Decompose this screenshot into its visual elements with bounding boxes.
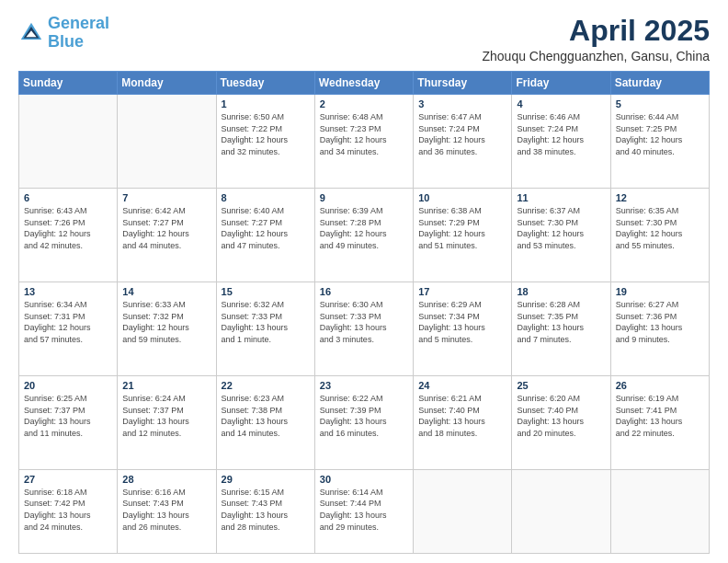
calendar-cell: 28Sunrise: 6:16 AM Sunset: 7:43 PM Dayli…	[118, 469, 216, 553]
calendar-cell	[118, 95, 216, 189]
day-info: Sunrise: 6:23 AM Sunset: 7:38 PM Dayligh…	[222, 393, 310, 439]
calendar-row-1: 1Sunrise: 6:50 AM Sunset: 7:22 PM Daylig…	[19, 95, 710, 189]
day-number: 7	[122, 192, 210, 203]
title-block: April 2025 Zhouqu Chengguanzhen, Gansu, …	[482, 15, 710, 63]
calendar-cell: 2Sunrise: 6:48 AM Sunset: 7:23 PM Daylig…	[314, 95, 413, 189]
day-info: Sunrise: 6:29 AM Sunset: 7:34 PM Dayligh…	[418, 299, 506, 345]
day-info: Sunrise: 6:28 AM Sunset: 7:35 PM Dayligh…	[517, 299, 605, 345]
calendar-cell: 13Sunrise: 6:34 AM Sunset: 7:31 PM Dayli…	[19, 282, 118, 376]
day-info: Sunrise: 6:21 AM Sunset: 7:40 PM Dayligh…	[418, 393, 506, 439]
calendar-cell: 11Sunrise: 6:37 AM Sunset: 7:30 PM Dayli…	[512, 189, 610, 282]
day-number: 17	[418, 286, 506, 297]
header: GeneralBlue April 2025 Zhouqu Chengguanz…	[18, 15, 710, 63]
day-info: Sunrise: 6:35 AM Sunset: 7:30 PM Dayligh…	[616, 205, 704, 251]
calendar-cell	[512, 469, 610, 553]
calendar-cell: 7Sunrise: 6:42 AM Sunset: 7:27 PM Daylig…	[118, 189, 216, 282]
calendar-cell: 6Sunrise: 6:43 AM Sunset: 7:26 PM Daylig…	[19, 189, 118, 282]
logo: GeneralBlue	[18, 15, 109, 52]
day-number: 29	[222, 474, 310, 485]
header-thursday: Thursday	[414, 72, 512, 95]
day-number: 2	[320, 98, 408, 109]
day-number: 18	[517, 286, 605, 297]
calendar-cell: 29Sunrise: 6:15 AM Sunset: 7:43 PM Dayli…	[216, 469, 314, 553]
day-info: Sunrise: 6:16 AM Sunset: 7:43 PM Dayligh…	[122, 487, 210, 533]
day-info: Sunrise: 6:15 AM Sunset: 7:43 PM Dayligh…	[222, 487, 310, 533]
calendar-cell: 26Sunrise: 6:19 AM Sunset: 7:41 PM Dayli…	[610, 375, 709, 469]
calendar-cell: 24Sunrise: 6:21 AM Sunset: 7:40 PM Dayli…	[414, 375, 512, 469]
calendar-row-2: 6Sunrise: 6:43 AM Sunset: 7:26 PM Daylig…	[19, 189, 710, 282]
calendar-cell: 3Sunrise: 6:47 AM Sunset: 7:24 PM Daylig…	[414, 95, 512, 189]
day-number: 11	[517, 192, 605, 203]
calendar-row-4: 20Sunrise: 6:25 AM Sunset: 7:37 PM Dayli…	[19, 375, 710, 469]
header-tuesday: Tuesday	[216, 72, 314, 95]
day-number: 6	[24, 192, 112, 203]
day-number: 12	[616, 192, 704, 203]
day-number: 28	[122, 474, 210, 485]
logo-icon	[18, 20, 44, 46]
day-number: 19	[616, 286, 704, 297]
calendar-row-5: 27Sunrise: 6:18 AM Sunset: 7:42 PM Dayli…	[19, 469, 710, 553]
day-number: 27	[24, 474, 112, 485]
day-number: 4	[517, 98, 605, 109]
calendar-cell: 1Sunrise: 6:50 AM Sunset: 7:22 PM Daylig…	[216, 95, 314, 189]
day-number: 10	[418, 192, 506, 203]
day-info: Sunrise: 6:27 AM Sunset: 7:36 PM Dayligh…	[616, 299, 704, 345]
calendar-cell: 15Sunrise: 6:32 AM Sunset: 7:33 PM Dayli…	[216, 282, 314, 376]
header-sunday: Sunday	[19, 72, 118, 95]
day-number: 9	[320, 192, 408, 203]
day-info: Sunrise: 6:50 AM Sunset: 7:22 PM Dayligh…	[222, 111, 310, 157]
day-number: 13	[24, 286, 112, 297]
day-number: 15	[222, 286, 310, 297]
header-monday: Monday	[118, 72, 216, 95]
calendar-cell: 21Sunrise: 6:24 AM Sunset: 7:37 PM Dayli…	[118, 375, 216, 469]
day-number: 5	[616, 98, 704, 109]
calendar-cell: 14Sunrise: 6:33 AM Sunset: 7:32 PM Dayli…	[118, 282, 216, 376]
day-number: 26	[616, 380, 704, 391]
day-number: 22	[222, 380, 310, 391]
calendar-cell: 20Sunrise: 6:25 AM Sunset: 7:37 PM Dayli…	[19, 375, 118, 469]
day-number: 14	[122, 286, 210, 297]
calendar-cell	[414, 469, 512, 553]
calendar-cell: 8Sunrise: 6:40 AM Sunset: 7:27 PM Daylig…	[216, 189, 314, 282]
day-info: Sunrise: 6:43 AM Sunset: 7:26 PM Dayligh…	[24, 205, 112, 251]
day-number: 24	[418, 380, 506, 391]
day-info: Sunrise: 6:18 AM Sunset: 7:42 PM Dayligh…	[24, 487, 112, 533]
calendar-cell: 10Sunrise: 6:38 AM Sunset: 7:29 PM Dayli…	[414, 189, 512, 282]
calendar-cell: 12Sunrise: 6:35 AM Sunset: 7:30 PM Dayli…	[610, 189, 709, 282]
day-number: 23	[320, 380, 408, 391]
calendar-table: Sunday Monday Tuesday Wednesday Thursday…	[18, 71, 710, 554]
day-info: Sunrise: 6:38 AM Sunset: 7:29 PM Dayligh…	[418, 205, 506, 251]
day-info: Sunrise: 6:46 AM Sunset: 7:24 PM Dayligh…	[517, 111, 605, 157]
month-title: April 2025	[482, 15, 710, 47]
day-info: Sunrise: 6:14 AM Sunset: 7:44 PM Dayligh…	[320, 487, 408, 533]
calendar-cell: 4Sunrise: 6:46 AM Sunset: 7:24 PM Daylig…	[512, 95, 610, 189]
calendar-row-3: 13Sunrise: 6:34 AM Sunset: 7:31 PM Dayli…	[19, 282, 710, 376]
day-info: Sunrise: 6:42 AM Sunset: 7:27 PM Dayligh…	[122, 205, 210, 251]
day-info: Sunrise: 6:39 AM Sunset: 7:28 PM Dayligh…	[320, 205, 408, 251]
calendar-cell: 22Sunrise: 6:23 AM Sunset: 7:38 PM Dayli…	[216, 375, 314, 469]
calendar-cell: 9Sunrise: 6:39 AM Sunset: 7:28 PM Daylig…	[314, 189, 413, 282]
day-info: Sunrise: 6:47 AM Sunset: 7:24 PM Dayligh…	[418, 111, 506, 157]
day-info: Sunrise: 6:25 AM Sunset: 7:37 PM Dayligh…	[24, 393, 112, 439]
calendar-cell: 27Sunrise: 6:18 AM Sunset: 7:42 PM Dayli…	[19, 469, 118, 553]
day-number: 20	[24, 380, 112, 391]
location-subtitle: Zhouqu Chengguanzhen, Gansu, China	[482, 49, 710, 63]
header-friday: Friday	[512, 72, 610, 95]
day-info: Sunrise: 6:37 AM Sunset: 7:30 PM Dayligh…	[517, 205, 605, 251]
header-wednesday: Wednesday	[314, 72, 413, 95]
day-info: Sunrise: 6:24 AM Sunset: 7:37 PM Dayligh…	[122, 393, 210, 439]
calendar-cell: 25Sunrise: 6:20 AM Sunset: 7:40 PM Dayli…	[512, 375, 610, 469]
calendar-cell: 5Sunrise: 6:44 AM Sunset: 7:25 PM Daylig…	[610, 95, 709, 189]
day-info: Sunrise: 6:33 AM Sunset: 7:32 PM Dayligh…	[122, 299, 210, 345]
day-info: Sunrise: 6:30 AM Sunset: 7:33 PM Dayligh…	[320, 299, 408, 345]
day-info: Sunrise: 6:20 AM Sunset: 7:40 PM Dayligh…	[517, 393, 605, 439]
day-info: Sunrise: 6:44 AM Sunset: 7:25 PM Dayligh…	[616, 111, 704, 157]
page: GeneralBlue April 2025 Zhouqu Chengguanz…	[0, 0, 728, 563]
day-number: 3	[418, 98, 506, 109]
calendar-cell: 17Sunrise: 6:29 AM Sunset: 7:34 PM Dayli…	[414, 282, 512, 376]
logo-text: GeneralBlue	[48, 15, 109, 52]
logo-name: GeneralBlue	[48, 15, 109, 52]
calendar-cell: 30Sunrise: 6:14 AM Sunset: 7:44 PM Dayli…	[314, 469, 413, 553]
day-number: 1	[222, 98, 310, 109]
day-number: 21	[122, 380, 210, 391]
